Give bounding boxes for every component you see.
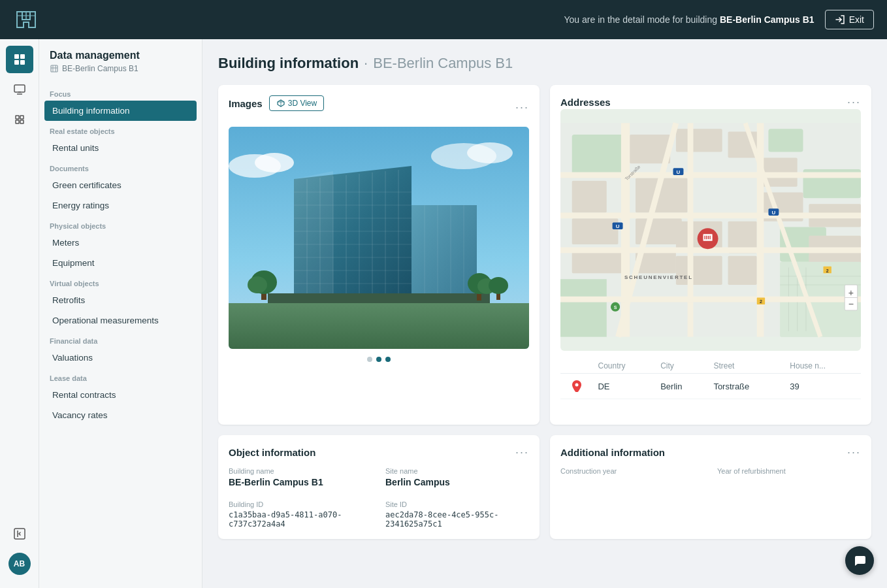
addresses-card-menu[interactable]: ··· (847, 95, 861, 109)
nav-item-retrofits[interactable]: Retrofits (39, 290, 202, 310)
svg-rect-14 (20, 120, 24, 123)
object-info-card: Object information ··· Building name BE-… (218, 435, 540, 539)
nav-item-green-certificates[interactable]: Green certificates (39, 175, 202, 195)
exit-button[interactable]: Exit (825, 10, 874, 29)
addr-country: DE (592, 374, 655, 399)
addr-col-country: Country (592, 359, 655, 374)
svg-rect-82 (676, 256, 722, 285)
nav-item-vacancy-rates[interactable]: Vacancy rates (39, 405, 202, 425)
object-info-card-header: Object information ··· (229, 446, 529, 459)
layers-icon (13, 113, 26, 126)
nav-item-valuations[interactable]: Valuations (39, 348, 202, 368)
images-card-menu[interactable]: ··· (515, 101, 529, 114)
nav-section-lease-data: Lease data (39, 368, 202, 385)
add-field-refurbishment-year: Year of refurbishment (717, 467, 861, 490)
app-logo (13, 7, 39, 33)
chat-icon (852, 553, 867, 568)
svg-rect-7 (20, 60, 25, 65)
images-card: Images 3D View ··· (218, 85, 540, 425)
avatar[interactable]: AB (8, 553, 31, 575)
addr-col-empty (560, 359, 592, 374)
topbar-right: You are in the detail mode for building … (564, 10, 874, 29)
svg-rect-66 (560, 279, 607, 336)
sidebar-icon-layers[interactable] (6, 106, 33, 133)
addr-pin-cell (560, 374, 592, 399)
object-info-title: Object information (229, 447, 315, 458)
svg-rect-46 (411, 205, 477, 297)
view-3d-button[interactable]: 3D View (269, 95, 324, 111)
addr-house: 39 (784, 374, 861, 399)
nav-item-rental-contracts[interactable]: Rental contracts (39, 385, 202, 405)
address-row: DE Berlin Torstraße 39 (560, 374, 861, 399)
svg-rect-17 (51, 65, 57, 72)
additional-info-menu[interactable]: ··· (847, 446, 861, 459)
svg-text:−: − (848, 299, 854, 309)
page-title: Building information · BE-Berlin Campus … (218, 55, 871, 72)
table-icon (13, 53, 26, 66)
images-card-title: Images (229, 98, 263, 109)
svg-text:SCHEUNENVIERTEL: SCHEUNENVIERTEL (624, 274, 693, 280)
svg-rect-91 (560, 212, 861, 218)
object-info-grid: Building name BE-Berlin Campus B1 Site n… (229, 467, 529, 529)
obj-field-site-name: Site name Berlin Campus (385, 467, 529, 487)
monitor-icon (13, 83, 26, 96)
sidebar-icon-collapse[interactable] (6, 520, 33, 547)
address-table: Country City Street House n... (560, 359, 861, 399)
svg-point-27 (467, 142, 513, 163)
svg-text:2: 2 (760, 299, 762, 304)
nav-focus-label: Focus (39, 84, 202, 101)
svg-rect-11 (16, 116, 19, 119)
addresses-card: Addresses ··· (550, 85, 871, 425)
svg-point-25 (255, 153, 294, 172)
obj-field-site-id: Site ID aec2da78-8cee-4ce5-955c-2341625a… (385, 500, 529, 529)
additional-info-title: Additional information (560, 447, 665, 458)
sidebar-icon-monitor[interactable] (6, 76, 33, 103)
svg-rect-62 (572, 135, 624, 175)
svg-rect-13 (16, 120, 19, 123)
map-svg: Torstraße U U U S 2 (560, 109, 861, 351)
svg-rect-94 (688, 123, 694, 336)
nav-section-virtual-objects: Virtual objects (39, 273, 202, 290)
addr-city: Berlin (655, 374, 708, 399)
sidebar-icon-table[interactable] (6, 46, 33, 73)
svg-rect-8 (14, 85, 25, 92)
svg-text:+: + (848, 287, 854, 298)
chat-widget[interactable] (845, 546, 874, 575)
svg-rect-64 (768, 129, 803, 152)
nav-item-rental-units[interactable]: Rental units (39, 138, 202, 158)
svg-text:S: S (614, 305, 617, 310)
svg-text:2: 2 (826, 269, 829, 273)
nav-item-operational-measurements[interactable]: Operational measurements (39, 310, 202, 331)
collapse-icon (14, 528, 25, 540)
svg-rect-83 (728, 256, 757, 285)
object-info-menu[interactable]: ··· (515, 446, 529, 459)
obj-field-building-name: Building name BE-Berlin Campus B1 (229, 467, 372, 487)
svg-rect-90 (560, 172, 861, 178)
nav-item-building-information[interactable]: Building information (44, 101, 197, 121)
bottom-cards-row: Object information ··· Building name BE-… (218, 435, 871, 539)
logo (13, 7, 39, 33)
nav-item-equipment[interactable]: Equipment (39, 253, 202, 273)
top-cards-row: Images 3D View ··· (218, 85, 871, 425)
nav-item-energy-ratings[interactable]: Energy ratings (39, 195, 202, 216)
svg-rect-52 (229, 303, 529, 349)
nav-section-financial-data: Financial data (39, 331, 202, 348)
exit-icon (835, 14, 845, 25)
dot-2[interactable] (376, 357, 381, 362)
building-mini-icon (50, 64, 59, 73)
cube-icon (276, 99, 285, 108)
dot-1[interactable] (367, 357, 372, 362)
addresses-card-header: Addresses ··· (560, 95, 861, 109)
dot-3[interactable] (385, 357, 391, 362)
nav-item-meters[interactable]: Meters (39, 233, 202, 253)
main-layout: AB Data management BE-Berlin Campus B1 F… (0, 39, 887, 588)
nav-section-real-estate: Real estate objects (39, 121, 202, 138)
images-card-header: Images 3D View ··· (229, 95, 529, 119)
svg-rect-96 (560, 297, 861, 302)
addr-col-house: House n... (784, 359, 861, 374)
nav-section-documents: Documents (39, 158, 202, 175)
icon-sidebar-bottom: AB (6, 520, 33, 581)
topbar: You are in the detail mode for building … (0, 0, 887, 39)
nav-section-physical-objects: Physical objects (39, 216, 202, 233)
svg-rect-68 (676, 129, 722, 152)
